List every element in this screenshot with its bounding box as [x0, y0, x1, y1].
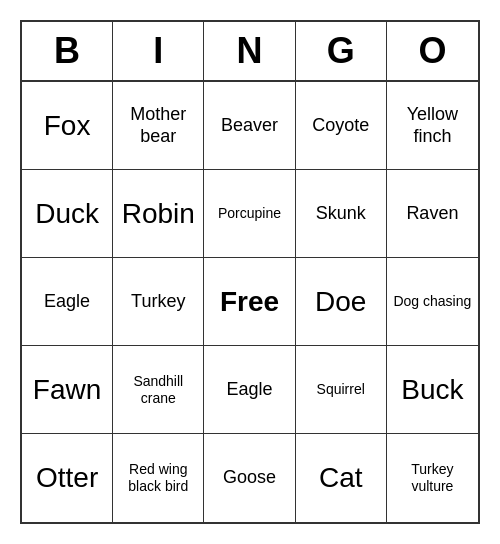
- bingo-cell-r0c2: Beaver: [204, 82, 295, 170]
- bingo-cell-r4c3: Cat: [296, 434, 387, 522]
- bingo-header: BINGO: [22, 22, 478, 82]
- bingo-cell-r4c0: Otter: [22, 434, 113, 522]
- header-letter: B: [22, 22, 113, 80]
- bingo-cell-r2c3: Doe: [296, 258, 387, 346]
- bingo-card: BINGO FoxMother bearBeaverCoyoteYellow f…: [20, 20, 480, 524]
- bingo-cell-r0c4: Yellow finch: [387, 82, 478, 170]
- bingo-cell-r1c4: Raven: [387, 170, 478, 258]
- bingo-cell-r2c0: Eagle: [22, 258, 113, 346]
- bingo-cell-r4c4: Turkey vulture: [387, 434, 478, 522]
- bingo-cell-r2c2: Free: [204, 258, 295, 346]
- bingo-cell-r1c1: Robin: [113, 170, 204, 258]
- bingo-cell-r4c2: Goose: [204, 434, 295, 522]
- bingo-cell-r3c2: Eagle: [204, 346, 295, 434]
- header-letter: N: [204, 22, 295, 80]
- bingo-cell-r1c3: Skunk: [296, 170, 387, 258]
- header-letter: O: [387, 22, 478, 80]
- bingo-cell-r2c4: Dog chasing: [387, 258, 478, 346]
- bingo-cell-r3c3: Squirrel: [296, 346, 387, 434]
- bingo-cell-r1c2: Porcupine: [204, 170, 295, 258]
- bingo-cell-r4c1: Red wing black bird: [113, 434, 204, 522]
- bingo-cell-r3c0: Fawn: [22, 346, 113, 434]
- bingo-grid: FoxMother bearBeaverCoyoteYellow finchDu…: [22, 82, 478, 522]
- bingo-cell-r2c1: Turkey: [113, 258, 204, 346]
- bingo-cell-r3c1: Sandhill crane: [113, 346, 204, 434]
- bingo-cell-r0c3: Coyote: [296, 82, 387, 170]
- bingo-cell-r1c0: Duck: [22, 170, 113, 258]
- header-letter: G: [296, 22, 387, 80]
- bingo-cell-r0c1: Mother bear: [113, 82, 204, 170]
- header-letter: I: [113, 22, 204, 80]
- bingo-cell-r0c0: Fox: [22, 82, 113, 170]
- bingo-cell-r3c4: Buck: [387, 346, 478, 434]
